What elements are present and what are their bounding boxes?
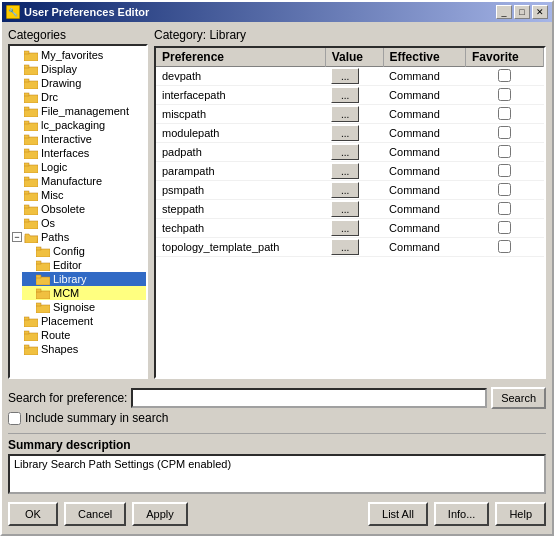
tree-item-obsolete[interactable]: Obsolete [10, 202, 146, 216]
folder-icon [36, 246, 50, 257]
tree-item-config[interactable]: Config [22, 244, 146, 258]
favorite-checkbox[interactable] [498, 164, 511, 177]
left-buttons: OK Cancel Apply [8, 502, 188, 526]
cell-favorite [465, 219, 543, 238]
tree-item-signoise[interactable]: Signoise [22, 300, 146, 314]
summary-area: Summary description Library Search Path … [8, 433, 546, 494]
search-button[interactable]: Search [491, 387, 546, 409]
include-summary-checkbox[interactable] [8, 412, 21, 425]
tree-item-lc_packaging[interactable]: lc_packaging [10, 118, 146, 132]
cell-value: ... [325, 124, 383, 143]
info-button[interactable]: Info... [434, 502, 490, 526]
tree-item-editor[interactable]: Editor [22, 258, 146, 272]
tree-item-my_favorites[interactable]: My_favorites [10, 48, 146, 62]
value-button[interactable]: ... [331, 144, 359, 160]
tree-label: lc_packaging [41, 119, 105, 131]
favorite-checkbox[interactable] [498, 69, 511, 82]
categories-tree[interactable]: My_favorites Display Drawing [8, 44, 148, 379]
tree-label: Editor [53, 259, 82, 271]
svg-rect-29 [36, 247, 41, 250]
cell-value: ... [325, 238, 383, 257]
tree-item-file_management[interactable]: File_management [10, 104, 146, 118]
value-button[interactable]: ... [331, 182, 359, 198]
col-preference: Preference [156, 48, 325, 67]
collapse-icon[interactable]: − [12, 232, 22, 242]
folder-icon [24, 50, 38, 61]
cell-favorite [465, 124, 543, 143]
bottom-buttons: OK Cancel Apply List All Info... Help [8, 498, 546, 528]
tree-item-interactive[interactable]: Interactive [10, 132, 146, 146]
preferences-table-container[interactable]: Preference Value Effective Favorite devp… [154, 46, 546, 379]
cell-value: ... [325, 67, 383, 86]
cancel-button[interactable]: Cancel [64, 502, 126, 526]
top-area: Categories My_favorites Display [8, 28, 546, 379]
maximize-button[interactable]: □ [514, 5, 530, 19]
svg-rect-41 [24, 331, 29, 334]
svg-rect-3 [24, 65, 29, 68]
cell-value: ... [325, 86, 383, 105]
tree-item-library[interactable]: Library [22, 272, 146, 286]
cell-effective: Command [383, 238, 465, 257]
favorite-checkbox[interactable] [498, 202, 511, 215]
category-value: Library [209, 28, 246, 42]
tree-item-display[interactable]: Display [10, 62, 146, 76]
favorite-checkbox[interactable] [498, 221, 511, 234]
tree-item-drc[interactable]: Drc [10, 90, 146, 104]
value-button[interactable]: ... [331, 220, 359, 236]
favorite-checkbox[interactable] [498, 126, 511, 139]
tree-label: Os [41, 217, 55, 229]
folder-icon [24, 78, 38, 89]
table-row: psmpath...Command [156, 181, 544, 200]
tree-item-logic[interactable]: Logic [10, 160, 146, 174]
tree-item-drawing[interactable]: Drawing [10, 76, 146, 90]
main-window: 🔧 User Preferences Editor _ □ ✕ Categori… [0, 0, 554, 536]
summary-text: Library Search Path Settings (CPM enable… [14, 458, 231, 470]
cell-effective: Command [383, 219, 465, 238]
tree-item-mcm[interactable]: MCM [22, 286, 146, 300]
tree-label: Placement [41, 315, 93, 327]
value-button[interactable]: ... [331, 106, 359, 122]
tree-item-route[interactable]: Route [10, 328, 146, 342]
value-button[interactable]: ... [331, 201, 359, 217]
folder-open-icon [24, 232, 38, 243]
help-button[interactable]: Help [495, 502, 546, 526]
minimize-button[interactable]: _ [496, 5, 512, 19]
tree-item-shapes[interactable]: Shapes [10, 342, 146, 356]
value-button[interactable]: ... [331, 163, 359, 179]
folder-icon [24, 176, 38, 187]
cell-favorite [465, 143, 543, 162]
tree-item-placement[interactable]: Placement [10, 314, 146, 328]
favorite-checkbox[interactable] [498, 88, 511, 101]
tree-label: Interactive [41, 133, 92, 145]
favorite-checkbox[interactable] [498, 107, 511, 120]
value-button[interactable]: ... [331, 68, 359, 84]
value-button[interactable]: ... [331, 125, 359, 141]
value-button[interactable]: ... [331, 239, 359, 255]
list-all-button[interactable]: List All [368, 502, 428, 526]
tree-item-misc[interactable]: Misc [10, 188, 146, 202]
tree-item-paths[interactable]: − Paths [10, 230, 146, 244]
search-input[interactable] [131, 388, 487, 408]
ok-button[interactable]: OK [8, 502, 58, 526]
tree-label: Logic [41, 161, 67, 173]
app-icon: 🔧 [6, 5, 20, 19]
title-bar-buttons: _ □ ✕ [496, 5, 548, 19]
favorite-checkbox[interactable] [498, 240, 511, 253]
value-button[interactable]: ... [331, 87, 359, 103]
svg-rect-21 [24, 191, 29, 194]
window-title: User Preferences Editor [24, 6, 496, 18]
folder-icon [36, 302, 50, 313]
close-button[interactable]: ✕ [532, 5, 548, 19]
tree-item-manufacture[interactable]: Manufacture [10, 174, 146, 188]
search-row: Search for preference: Search [8, 387, 546, 409]
favorite-checkbox[interactable] [498, 145, 511, 158]
tree-label: Interfaces [41, 147, 89, 159]
svg-rect-13 [24, 135, 29, 138]
favorite-checkbox[interactable] [498, 183, 511, 196]
cell-value: ... [325, 219, 383, 238]
tree-label: File_management [41, 105, 129, 117]
tree-item-interfaces[interactable]: Interfaces [10, 146, 146, 160]
apply-button[interactable]: Apply [132, 502, 188, 526]
tree-item-os[interactable]: Os [10, 216, 146, 230]
col-value: Value [325, 48, 383, 67]
